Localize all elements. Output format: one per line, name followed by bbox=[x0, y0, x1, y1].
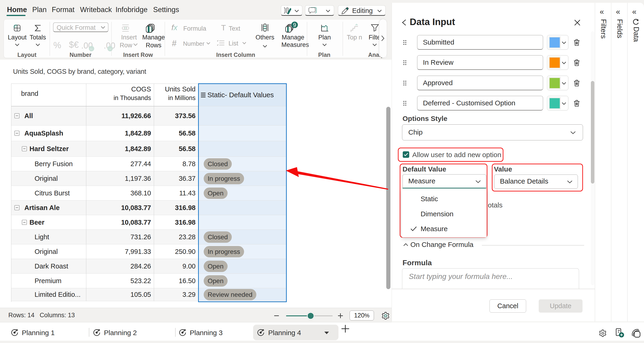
svg-text:9: 9 bbox=[293, 22, 296, 28]
